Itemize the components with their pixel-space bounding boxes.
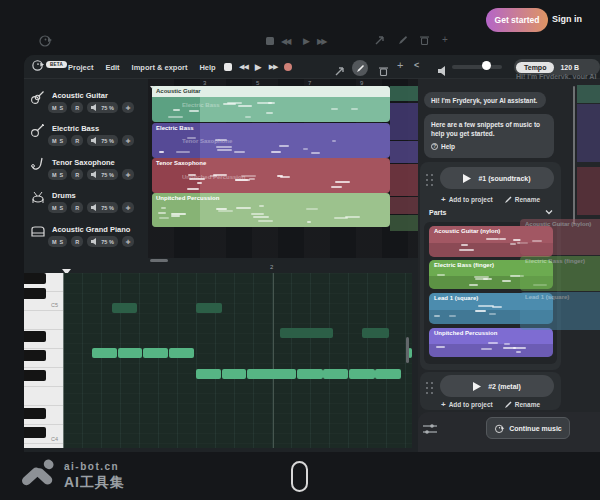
piano-note[interactable] xyxy=(247,369,296,379)
arrangement-timeline[interactable]: 3 5 7 9 Acoustic Guitar Electric Bass El… xyxy=(148,79,418,258)
clip-header: Acoustic Guitar xyxy=(152,86,390,97)
piano-note[interactable] xyxy=(280,328,333,338)
part-notes xyxy=(433,338,550,355)
menu-help[interactable]: Help xyxy=(199,63,215,72)
track-tenor-saxophone[interactable]: Tenor Saxophone MS R 75 % ✛ xyxy=(28,155,148,188)
drag-handle-icon[interactable] xyxy=(426,382,434,396)
piano-roll-ruler[interactable]: 2 xyxy=(24,262,412,273)
piano-note[interactable] xyxy=(362,328,389,338)
sign-in-link[interactable]: Sign in xyxy=(552,14,582,24)
track-acoustic-grand-piano[interactable]: Acoustic Grand Piano MS R 75 % ✛ xyxy=(28,222,148,255)
piano-roll-grid[interactable] xyxy=(63,273,412,448)
mute-solo-buttons[interactable]: MS xyxy=(48,202,67,213)
fast-forward-icon: ▶▶ xyxy=(317,37,325,46)
add-to-project-button[interactable]: +Add to project xyxy=(441,400,493,409)
app-logo-icon xyxy=(31,58,45,76)
piano-note[interactable] xyxy=(112,303,137,313)
mute-solo-buttons[interactable]: MS xyxy=(48,169,67,180)
pointer-tool-button[interactable] xyxy=(335,62,345,80)
menu-edit[interactable]: Edit xyxy=(105,63,119,72)
snippet-actions: +Add to project Rename xyxy=(441,400,540,409)
volume-icon[interactable] xyxy=(438,62,448,80)
track-options-button[interactable]: ✛ xyxy=(122,102,135,113)
piano-note[interactable] xyxy=(222,369,246,379)
get-started-button[interactable]: Get started xyxy=(486,8,548,32)
black-key[interactable] xyxy=(24,288,46,299)
track-volume[interactable]: 75 % xyxy=(87,135,118,146)
record-button[interactable] xyxy=(284,63,292,71)
piano-note[interactable] xyxy=(323,369,348,379)
app-logo-icon xyxy=(38,33,53,48)
rename-button[interactable]: Rename xyxy=(505,401,540,408)
piano-note[interactable] xyxy=(196,369,221,379)
piano-note[interactable] xyxy=(349,369,375,379)
snippet-play-button[interactable]: #1 (soundtrack) xyxy=(440,167,554,189)
track-volume[interactable]: 75 % xyxy=(87,169,118,180)
play-icon xyxy=(463,174,471,183)
add-tool-button[interactable]: + xyxy=(397,59,403,71)
parts-header[interactable]: Parts xyxy=(429,209,553,216)
track-electric-bass[interactable]: Electric Bass MS R 75 % ✛ xyxy=(28,121,148,154)
track-volume[interactable]: 75 % xyxy=(87,236,118,247)
vertical-scrollbar[interactable] xyxy=(406,337,409,363)
saxophone-icon xyxy=(30,157,45,176)
piano-note[interactable] xyxy=(196,303,222,313)
fast-forward-button[interactable]: ▶▶ xyxy=(269,63,278,71)
black-key[interactable] xyxy=(24,370,46,381)
rename-button[interactable]: Rename xyxy=(505,196,540,203)
track-options-button[interactable]: ✛ xyxy=(122,236,135,247)
record-arm-button[interactable]: R xyxy=(71,236,83,247)
black-key[interactable] xyxy=(24,331,46,342)
record-arm-button[interactable]: R xyxy=(71,135,83,146)
menu-project[interactable]: Project xyxy=(68,63,93,72)
mute-solo-buttons[interactable]: MS xyxy=(48,102,67,113)
piano-note[interactable] xyxy=(169,348,194,358)
piano-note[interactable] xyxy=(118,348,142,358)
mute-solo-buttons[interactable]: MS xyxy=(48,135,67,146)
pencil-tool-button[interactable] xyxy=(352,60,368,76)
piano-note[interactable] xyxy=(375,369,401,379)
ghost-fragment xyxy=(577,85,600,103)
piano-note[interactable] xyxy=(92,348,117,358)
rewind-button[interactable]: ◀◀ xyxy=(239,63,248,71)
share-button[interactable]: < xyxy=(414,60,419,70)
black-key[interactable] xyxy=(24,350,46,361)
part-unpitched-percussion[interactable]: Unpitched Percussion xyxy=(429,328,553,357)
track-volume[interactable]: 75 % xyxy=(87,102,118,113)
record-arm-button[interactable]: R xyxy=(71,169,83,180)
track-options-button[interactable]: ✛ xyxy=(122,169,135,180)
black-key[interactable] xyxy=(24,408,46,419)
track-options-button[interactable]: ✛ xyxy=(122,135,135,146)
play-button[interactable]: ▶ xyxy=(255,62,262,72)
black-key[interactable] xyxy=(24,273,46,284)
volume-slider-knob[interactable] xyxy=(482,61,491,70)
mute-solo-buttons[interactable]: MS xyxy=(48,236,67,247)
help-link[interactable]: ? Help xyxy=(431,142,547,151)
filters-icon[interactable] xyxy=(423,421,437,439)
plus-icon: + xyxy=(442,34,448,45)
piano-note[interactable] xyxy=(297,369,323,379)
ghost-fragment xyxy=(390,197,418,214)
volume-slider[interactable] xyxy=(452,65,502,69)
continue-music-button[interactable]: Continue music xyxy=(486,417,570,439)
track-acoustic-guitar[interactable]: Acoustic Guitar MS R 75 % ✛ xyxy=(28,88,148,121)
stop-button[interactable] xyxy=(224,63,232,71)
panel-scrollbar[interactable] xyxy=(573,86,575,224)
delete-tool-button[interactable] xyxy=(379,62,388,80)
drag-handle-icon[interactable] xyxy=(426,174,434,188)
snippet-play-button[interactable]: #2 (metal) xyxy=(440,375,554,397)
track-volume[interactable]: 75 % xyxy=(87,202,118,213)
snippet-card-2[interactable]: #2 (metal) +Add to project Rename xyxy=(420,372,561,410)
menu-import-export[interactable]: Import & export xyxy=(132,63,188,72)
add-to-project-button[interactable]: +Add to project xyxy=(441,195,493,204)
piano-keys[interactable]: C5 C4 xyxy=(24,273,63,448)
trash-icon xyxy=(420,35,429,45)
clip-unpitched-percussion[interactable]: Unpitched Percussion xyxy=(152,193,390,227)
piano-note[interactable] xyxy=(143,348,168,358)
record-arm-button[interactable]: R xyxy=(71,202,83,213)
watermark-domain: ai-bot.cn xyxy=(64,461,119,472)
track-drums[interactable]: Drums MS R 75 % ✛ xyxy=(28,188,148,221)
record-arm-button[interactable]: R xyxy=(71,102,83,113)
ghost-fragment xyxy=(390,103,418,140)
track-options-button[interactable]: ✛ xyxy=(122,202,135,213)
